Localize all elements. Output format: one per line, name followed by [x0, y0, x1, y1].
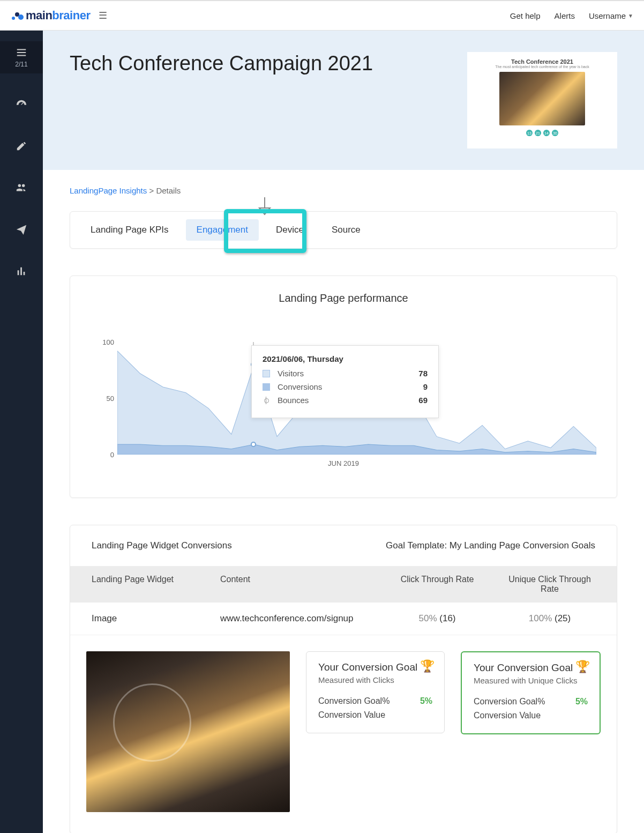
chevron-down-icon: ▼ [628, 13, 633, 19]
goal1-sub: Measured with Clicks [318, 675, 432, 685]
chart-title: Landing Page performance [85, 292, 602, 304]
chart-tooltip: 2021/06/06, Thursday Visitors 78 Convers… [251, 345, 439, 418]
breadcrumb: LandingPage Insights > Details [70, 186, 617, 195]
td-content: www.techconference.com/signup [220, 613, 370, 624]
preview-image [499, 72, 585, 125]
performance-card: Landing Page performance 100 50 0 [70, 276, 617, 498]
users-icon [16, 182, 27, 194]
swatch-visitors [263, 370, 270, 377]
widget-conversions-card: Landing Page Widget Conversions Goal Tem… [70, 525, 617, 833]
td-uctr: 100% (25) [504, 613, 595, 624]
goal1-pct: 5% [420, 696, 432, 706]
get-help-link[interactable]: Get help [510, 11, 541, 20]
swatch-conversions [263, 383, 270, 391]
preview-subtitle: The most anticipated tech conference of … [495, 65, 589, 69]
th-ctr: Click Through Rate [370, 575, 504, 594]
topbar: mainbrainer ☰ Get help Alerts Username ▼ [0, 0, 644, 31]
pencil-icon [16, 140, 27, 152]
svg-point-2 [251, 442, 256, 447]
tooltip-bounces-label: Bounces [278, 396, 309, 405]
th-widget: Landing Page Widget [92, 575, 220, 594]
nav-reports[interactable] [0, 260, 43, 282]
tooltip-conversions-value: 9 [423, 382, 428, 391]
gauge-icon [16, 98, 27, 110]
goal-card-clicks: 🏆 Your Conversion Goal Measured with Cli… [306, 651, 445, 733]
trophy-icon: 🏆 [575, 660, 590, 674]
table-header: Landing Page Widget Content Click Throug… [70, 566, 617, 603]
tab-source[interactable]: Source [321, 219, 371, 241]
username-label: Username [589, 11, 626, 20]
goal-template-label: Goal Template: My Landing Page Conversio… [386, 540, 595, 551]
goal2-line2: Conversion Value [474, 711, 541, 720]
nav-send[interactable] [0, 218, 43, 241]
nav-steps-label: 2/11 [15, 61, 27, 68]
nav-edit[interactable] [0, 135, 43, 157]
list-icon [16, 47, 27, 58]
nav-users[interactable] [0, 176, 43, 199]
landing-page-preview: Tech Conference 2021 The most anticipate… [467, 52, 617, 148]
goal2-line1: Conversion Goal% [474, 697, 545, 706]
logo-icon [11, 9, 24, 22]
goal-card-unique-clicks: 🏆 Your Conversion Goal Measured with Uni… [461, 651, 601, 734]
tooltip-title: 2021/06/06, Thursday [263, 354, 428, 363]
td-ctr: 50% (16) [370, 613, 504, 624]
tab-engagement[interactable]: Engagement [186, 219, 259, 241]
ytick-0: 0 [110, 451, 114, 459]
tooltip-visitors-label: Visitors [278, 369, 304, 378]
table-row: Image www.techconference.com/signup 50% … [70, 603, 617, 635]
preview-title: Tech Conference 2021 [511, 58, 573, 65]
trophy-icon: 🏆 [420, 659, 435, 673]
goal2-sub: Measured with Unique Clicks [474, 676, 588, 685]
tab-device[interactable]: Device [265, 219, 314, 241]
tooltip-bounces-value: 69 [418, 396, 428, 405]
hero: Tech Conference Campaign 2021 Tech Confe… [43, 31, 644, 170]
tab-landing-page-kpis[interactable]: Landing Page KPIs [80, 219, 179, 241]
breadcrumb-link[interactable]: LandingPage Insights [70, 186, 147, 195]
page-title: Tech Conference Campaign 2021 [70, 52, 373, 75]
bar-chart-icon [16, 265, 27, 277]
breadcrumb-sep: > [149, 186, 154, 195]
goal1-title: Your Conversion Goal [318, 661, 432, 673]
ytick-50: 50 [107, 395, 114, 403]
goal2-pct: 5% [575, 697, 588, 706]
nav-steps[interactable]: 2/11 [0, 41, 43, 73]
td-widget: Image [92, 613, 220, 624]
logo-text: mainbrainer [26, 9, 90, 23]
goal1-line1: Conversion Goal% [318, 696, 390, 706]
ytick-100: 100 [102, 338, 114, 346]
user-menu[interactable]: Username ▼ [589, 11, 633, 20]
tooltip-visitors-value: 78 [418, 369, 428, 378]
chart-xlabel: JUN 2019 [328, 459, 359, 467]
hamburger-icon[interactable]: ☰ [99, 10, 107, 21]
goal1-line2: Conversion Value [318, 710, 385, 720]
breadcrumb-current: Details [156, 186, 181, 195]
preview-countdown: 13211430 [526, 130, 558, 136]
logo[interactable]: mainbrainer [11, 9, 90, 23]
widget-image [86, 651, 290, 812]
tutorial-arrow-icon [257, 196, 272, 218]
performance-chart: 100 50 0 JUN 2019 [85, 342, 602, 481]
nav-dashboard[interactable] [0, 93, 43, 115]
th-uctr: Unique Click Through Rate [504, 575, 595, 594]
tooltip-conversions-label: Conversions [278, 382, 322, 391]
th-content: Content [220, 575, 370, 594]
tabs: Landing Page KPIs Engagement Device Sour… [70, 211, 617, 249]
widget-section-title: Landing Page Widget Conversions [92, 540, 232, 551]
goal2-title: Your Conversion Goal [474, 662, 588, 674]
swatch-bounces [263, 397, 270, 404]
paper-plane-icon [16, 224, 27, 235]
alerts-link[interactable]: Alerts [555, 11, 575, 20]
left-nav: 2/11 [0, 31, 43, 833]
